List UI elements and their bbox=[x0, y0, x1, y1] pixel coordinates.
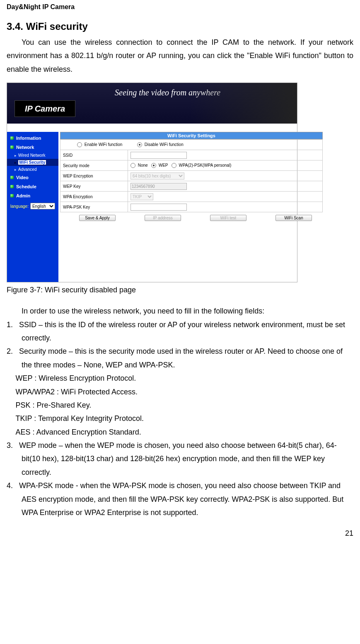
sidebar-item-admin[interactable]: Admin bbox=[7, 191, 58, 200]
sub-psk: PSK : Pre-Shared Key. bbox=[16, 399, 353, 412]
button-row: Save & Apply IP address WiFi test WiFi S… bbox=[58, 212, 324, 224]
banner-divider bbox=[7, 124, 297, 132]
bullet-icon bbox=[10, 176, 14, 179]
arrow-icon: ▸ bbox=[14, 160, 17, 165]
item-number: 1. bbox=[7, 321, 13, 329]
secmode-wep-label: WEP bbox=[159, 163, 168, 168]
sidebar-item-schedule[interactable]: Schedule bbox=[7, 182, 58, 191]
sidebar-item-information[interactable]: Information bbox=[7, 134, 58, 143]
sub-wpa: WPA/WPA2 : WiFi Protected Access. bbox=[16, 385, 353, 399]
bullet-icon bbox=[10, 185, 14, 188]
nav-label: Advanced bbox=[18, 167, 36, 172]
list-item-4: 4. WPA-PSK mode - when the WPA-PSK mode … bbox=[7, 479, 353, 519]
sub-aes: AES : Advanced Encryption Standard. bbox=[16, 425, 353, 439]
wep-key-input bbox=[130, 183, 187, 190]
nav-label: Wired Network bbox=[18, 153, 46, 158]
wpa-enc-select: TKIP bbox=[130, 193, 153, 200]
form-table: Enable WiFi function Disable WiFi functi… bbox=[60, 139, 323, 212]
language-label: language: bbox=[10, 204, 29, 209]
figure-caption: Figure 3-7: WiFi security disabled page bbox=[7, 286, 353, 294]
secmode-none-radio[interactable] bbox=[130, 163, 135, 168]
bullet-icon bbox=[10, 136, 14, 140]
nav-label: Admin bbox=[16, 193, 30, 198]
sidebar-item-wired[interactable]: ▸ Wired Network bbox=[7, 152, 58, 159]
secmode-label: Security mode bbox=[60, 160, 128, 171]
ssid-input[interactable] bbox=[130, 152, 187, 159]
page-number: 21 bbox=[7, 529, 353, 538]
wpa-psk-input[interactable] bbox=[130, 204, 187, 211]
bullet-icon bbox=[10, 146, 14, 149]
banner-right-fade bbox=[189, 83, 297, 124]
list-item-1: 1. SSID – this is the ID of the wireless… bbox=[7, 318, 353, 345]
list-item-3: 3. WEP mode – when the WEP mode is chose… bbox=[7, 439, 353, 479]
item-text: WPA-PSK mode - when the WPA-PSK mode is … bbox=[19, 481, 343, 517]
doc-header: Day&Night IP Camera bbox=[7, 3, 353, 11]
item-text: Security mode – this is the security mod… bbox=[19, 347, 343, 369]
intro-paragraph: You can use the wireless connection to c… bbox=[7, 36, 353, 76]
banner: IP Camera Seeing the video from anywhere bbox=[7, 83, 297, 124]
wifi-security-screenshot: IP Camera Seeing the video from anywhere… bbox=[7, 83, 297, 282]
wep-key-label: WEP Key bbox=[60, 181, 128, 192]
wpa-psk-label: WPA-PSK Key bbox=[60, 202, 128, 212]
wpa-enc-label: WPA Encryption bbox=[60, 192, 128, 202]
section-title: WiFi security bbox=[26, 21, 88, 32]
secmode-wep-radio[interactable] bbox=[151, 163, 156, 168]
item-number: 2. bbox=[7, 347, 13, 355]
wifi-scan-button[interactable]: WiFi Scan bbox=[275, 215, 312, 221]
language-selector-row: language: English bbox=[7, 200, 58, 212]
item-number: 4. bbox=[7, 481, 13, 490]
wep-enc-select: 64 bits(10 hex digits) bbox=[130, 173, 184, 180]
sidebar: Information Network ▸ Wired Network ▸ Wi… bbox=[7, 132, 58, 282]
sidebar-item-advanced[interactable]: ▸ Advanced bbox=[7, 166, 58, 173]
logo: IP Camera bbox=[14, 100, 75, 117]
secmode-none-label: None bbox=[138, 163, 148, 168]
save-button[interactable]: Save & Apply bbox=[79, 215, 116, 221]
wifi-test-button: WiFi test bbox=[210, 215, 246, 221]
follow-text: In order to use the wireless network, yo… bbox=[7, 304, 353, 318]
nav-label: Information bbox=[16, 136, 41, 141]
nav-label: Schedule bbox=[16, 184, 36, 189]
section-number: 3.4. bbox=[7, 21, 23, 32]
sub-wep: WEP : Wireless Encryption Protocol. bbox=[16, 372, 353, 385]
form-title: WiFi Security Settings bbox=[60, 132, 323, 139]
sub-tkip: TKIP : Temporal Key Integrity Protocol. bbox=[16, 412, 353, 425]
nav-label: Network bbox=[16, 145, 34, 150]
item-number: 3. bbox=[7, 441, 13, 450]
section-heading: 3.4. WiFi security bbox=[7, 21, 353, 32]
secmode-wpa-label: WPA(2)-PSK(WPA personal) bbox=[179, 163, 231, 168]
ssid-label: SSID bbox=[60, 150, 128, 160]
language-select[interactable]: English bbox=[30, 203, 55, 209]
enable-label: Enable WiFi function bbox=[85, 142, 123, 147]
item-text: SSID – this is the ID of the wireless ro… bbox=[19, 321, 345, 342]
secmode-wpa-radio[interactable] bbox=[172, 163, 176, 168]
sidebar-item-video[interactable]: Video bbox=[7, 173, 58, 182]
sidebar-item-wifi[interactable]: ▸ WiFi Security bbox=[7, 159, 58, 166]
nav-label: WiFi Security bbox=[18, 160, 46, 165]
bullet-icon bbox=[10, 194, 14, 197]
sidebar-item-network[interactable]: Network bbox=[7, 143, 58, 152]
item-text: WEP mode – when the WEP mode is chosen, … bbox=[19, 441, 337, 476]
content-panel: WiFi Security Settings Enable WiFi funct… bbox=[58, 132, 324, 282]
enable-radio[interactable] bbox=[77, 142, 82, 147]
list-item-2: 2. Security mode – this is the security … bbox=[7, 345, 353, 372]
ip-address-button: IP address bbox=[145, 215, 181, 221]
disable-label: Disable WiFi function bbox=[145, 142, 184, 147]
arrow-icon: ▸ bbox=[14, 168, 17, 172]
nav-label: Video bbox=[16, 175, 29, 180]
wep-enc-label: WEP Encryption bbox=[60, 171, 128, 181]
disable-radio[interactable] bbox=[137, 142, 142, 147]
arrow-icon: ▸ bbox=[14, 153, 17, 158]
